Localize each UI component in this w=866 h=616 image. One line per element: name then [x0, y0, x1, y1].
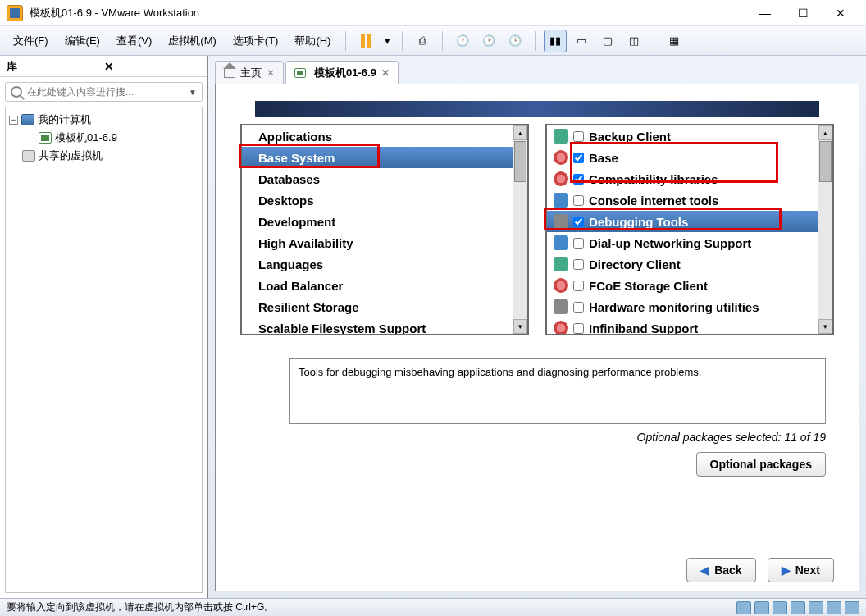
package-row[interactable]: Hardware monitoring utilities	[547, 296, 818, 317]
tree-shared-row[interactable]: 共享的虚拟机	[9, 147, 198, 165]
package-label: Console internet tools	[589, 194, 718, 208]
view1-button[interactable]: ▮▮	[544, 30, 567, 52]
menu-tabs[interactable]: 选项卡(T)	[226, 30, 285, 52]
clock2-icon[interactable]: 🕑	[477, 30, 500, 52]
menu-vm[interactable]: 虚拟机(M)	[162, 30, 223, 52]
packages-selected-label: Optional packages selected: 11 of 19	[248, 431, 826, 444]
view5-button[interactable]: ▦	[663, 30, 686, 52]
search-icon	[11, 86, 22, 98]
optional-packages-button[interactable]: Optional packages	[696, 452, 826, 477]
scroll-down-button[interactable]: ▾	[513, 319, 527, 334]
package-label: Hardware monitoring utilities	[589, 300, 759, 314]
package-label: Backup Client	[589, 130, 671, 144]
scroll-down-button[interactable]: ▾	[818, 319, 832, 334]
vm-screen[interactable]: ApplicationsBase SystemDatabasesDesktops…	[215, 84, 859, 591]
clock-icon[interactable]: 🕐	[451, 30, 474, 52]
scroll-up-button[interactable]: ▴	[818, 125, 832, 140]
scroll-up-button[interactable]: ▴	[513, 125, 527, 140]
sidebar-title: 库	[7, 59, 104, 74]
package-row[interactable]: FCoE Storage Client	[547, 275, 818, 296]
package-checkbox[interactable]	[573, 131, 584, 142]
package-row[interactable]: Backup Client	[547, 125, 818, 147]
status-icon[interactable]	[736, 601, 751, 614]
tools-icon	[554, 299, 568, 314]
arrow-left-icon: ◀	[700, 564, 709, 577]
tree-shared-label: 共享的虚拟机	[39, 148, 103, 163]
category-row[interactable]: Resilient Storage	[242, 296, 513, 317]
home-icon	[224, 68, 235, 78]
status-icon[interactable]	[754, 601, 769, 614]
tree-root-label: 我的计算机	[38, 112, 91, 127]
scroll-thumb[interactable]	[514, 141, 526, 182]
status-icon[interactable]	[809, 601, 823, 614]
package-row[interactable]: Directory Client	[547, 253, 818, 275]
tree-vm-row[interactable]: 模板机01-6.9	[9, 129, 198, 147]
status-icon[interactable]	[827, 601, 841, 614]
menu-view[interactable]: 查看(V)	[110, 30, 158, 52]
menu-file[interactable]: 文件(F)	[7, 30, 55, 52]
gear-icon	[554, 278, 568, 293]
category-row[interactable]: Databases	[242, 168, 513, 189]
category-row[interactable]: Applications	[242, 125, 513, 147]
package-checkbox[interactable]	[573, 217, 584, 227]
package-checkbox[interactable]	[573, 238, 584, 249]
sidebar-close-button[interactable]: ✕	[104, 60, 202, 73]
package-checkbox[interactable]	[573, 153, 584, 163]
package-checkbox[interactable]	[573, 281, 584, 291]
next-button[interactable]: ▶Next	[768, 558, 834, 582]
tab-vm[interactable]: 模板机01-6.9 ✕	[285, 61, 399, 84]
package-label: Compatibility libraries	[589, 172, 718, 186]
search-dropdown-caret[interactable]: ▼	[189, 88, 197, 97]
menu-edit[interactable]: 编辑(E)	[58, 30, 107, 52]
net-icon	[554, 235, 568, 250]
package-checkbox[interactable]	[573, 323, 584, 334]
menu-help[interactable]: 帮助(H)	[288, 30, 337, 52]
package-checkbox[interactable]	[573, 259, 584, 270]
package-row[interactable]: Dial-up Networking Support	[547, 232, 818, 253]
tree-root-row[interactable]: − 我的计算机	[9, 111, 198, 129]
view3-button[interactable]: ▢	[596, 30, 619, 52]
status-icon[interactable]	[845, 601, 859, 614]
status-icon[interactable]	[773, 601, 787, 614]
package-checkbox[interactable]	[573, 302, 584, 313]
package-scrollbar[interactable]: ▴ ▾	[818, 125, 832, 334]
tab-vm-close[interactable]: ✕	[381, 67, 390, 79]
back-label: Back	[714, 564, 741, 577]
category-row[interactable]: Development	[242, 211, 513, 232]
pause-button[interactable]	[354, 30, 377, 52]
tools-icon	[554, 214, 568, 229]
snapshot-button[interactable]: ⎙	[411, 30, 434, 52]
category-row[interactable]: Base System	[242, 147, 513, 168]
tree-toggle[interactable]: −	[9, 116, 18, 125]
category-row[interactable]: High Availability	[242, 232, 513, 253]
tab-home[interactable]: 主页 ✕	[215, 61, 284, 84]
tab-home-close[interactable]: ✕	[267, 67, 275, 79]
maximize-button[interactable]: ☐	[784, 2, 822, 25]
category-row[interactable]: Load Balancer	[242, 275, 513, 296]
search-input[interactable]	[27, 86, 189, 98]
category-row[interactable]: Languages	[242, 253, 513, 275]
status-icon[interactable]	[791, 601, 805, 614]
menubar: 文件(F) 编辑(E) 查看(V) 虚拟机(M) 选项卡(T) 帮助(H) ▾ …	[0, 26, 866, 56]
view2-button[interactable]: ▭	[570, 30, 593, 52]
clock3-icon[interactable]: 🕒	[504, 30, 526, 52]
category-row[interactable]: Desktops	[242, 189, 513, 211]
package-row[interactable]: Debugging Tools	[547, 211, 818, 232]
back-button[interactable]: ◀Back	[686, 558, 755, 582]
vm-tab-icon	[294, 68, 306, 78]
package-row[interactable]: Infiniband Support	[547, 317, 818, 334]
close-button[interactable]: ✕	[822, 2, 859, 25]
app-icon	[7, 5, 23, 21]
search-box[interactable]: ▼	[5, 82, 203, 102]
package-checkbox[interactable]	[573, 195, 584, 206]
package-row[interactable]: Console internet tools	[547, 189, 818, 211]
scroll-thumb[interactable]	[819, 141, 832, 182]
view4-button[interactable]: ◫	[622, 30, 645, 52]
package-checkbox[interactable]	[573, 174, 584, 185]
package-row[interactable]: Base	[547, 147, 818, 168]
category-row[interactable]: Scalable Filesystem Support	[242, 317, 513, 334]
toolbar-dropdown[interactable]: ▾	[381, 30, 394, 52]
minimize-button[interactable]: —	[746, 2, 784, 25]
package-row[interactable]: Compatibility libraries	[547, 168, 818, 189]
category-scrollbar[interactable]: ▴ ▾	[513, 125, 527, 334]
